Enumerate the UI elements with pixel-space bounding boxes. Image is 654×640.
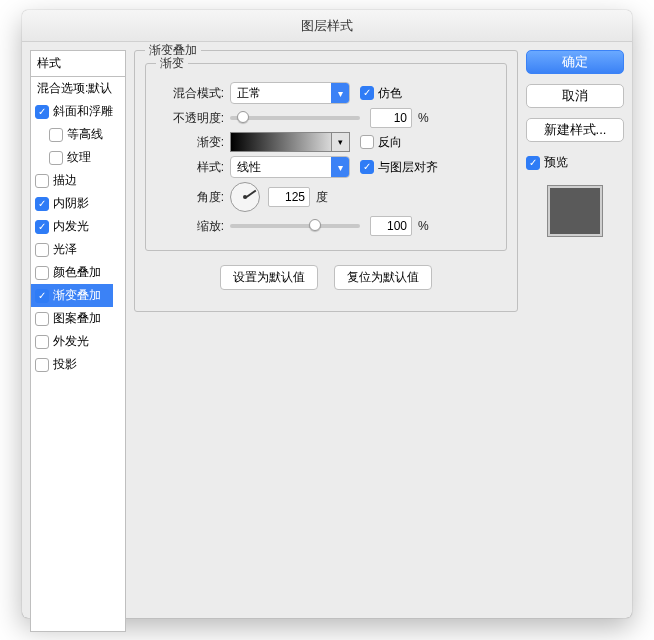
style-item-dropsh[interactable]: 投影	[31, 353, 113, 376]
style-item-contour[interactable]: 等高线	[31, 123, 113, 146]
default-buttons-row: 设置为默认值 复位为默认值	[145, 265, 507, 290]
angle-dial[interactable]	[230, 182, 260, 212]
style-item-outergl[interactable]: 外发光	[31, 330, 113, 353]
style-checkbox-bevel[interactable]	[35, 105, 49, 119]
angle-row: 角度: 度	[156, 182, 496, 212]
style-select[interactable]: 线性 ▾	[230, 156, 350, 178]
preview-checkbox[interactable]	[526, 156, 540, 170]
window-title: 图层样式	[22, 10, 632, 42]
gradient-label: 渐变:	[156, 134, 224, 151]
styles-column: 样式 混合选项:默认 斜面和浮雕等高线纹理描边内阴影内发光光泽颜色叠加渐变叠加图…	[30, 50, 126, 610]
opacity-label: 不透明度:	[156, 110, 224, 127]
style-checkbox-gradov[interactable]	[35, 289, 49, 303]
gradient-picker[interactable]: ▾	[230, 132, 350, 152]
style-checkbox-colover[interactable]	[35, 266, 49, 280]
style-item-bevel[interactable]: 斜面和浮雕	[31, 100, 113, 123]
chevron-down-icon: ▾	[331, 133, 349, 151]
style-label-patov: 图案叠加	[53, 310, 101, 327]
scale-input[interactable]	[370, 216, 412, 236]
scale-slider[interactable]	[230, 224, 360, 228]
style-item-innergl[interactable]: 内发光	[31, 215, 113, 238]
scale-row: 缩放: %	[156, 216, 496, 236]
blend-mode-select[interactable]: 正常 ▾	[230, 82, 350, 104]
style-label-innersh: 内阴影	[53, 195, 89, 212]
gradient-row: 渐变: ▾ 反向	[156, 132, 496, 152]
ok-button[interactable]: 确定	[526, 50, 624, 74]
gradient-group-legend: 渐变	[156, 55, 188, 72]
style-checkbox-contour[interactable]	[49, 128, 63, 142]
style-label-stroke: 描边	[53, 172, 77, 189]
dialog-body: 样式 混合选项:默认 斜面和浮雕等高线纹理描边内阴影内发光光泽颜色叠加渐变叠加图…	[22, 42, 632, 618]
dither-label: 仿色	[378, 85, 402, 102]
style-item-satin[interactable]: 光泽	[31, 238, 113, 261]
style-label-texture: 纹理	[67, 149, 91, 166]
layer-style-dialog: 图层样式 样式 混合选项:默认 斜面和浮雕等高线纹理描边内阴影内发光光泽颜色叠加…	[22, 10, 632, 618]
styles-list: 混合选项:默认 斜面和浮雕等高线纹理描边内阴影内发光光泽颜色叠加渐变叠加图案叠加…	[30, 77, 126, 632]
style-checkbox-outergl[interactable]	[35, 335, 49, 349]
reverse-checkbox-row: 反向	[360, 134, 402, 151]
style-value: 线性	[237, 159, 261, 176]
style-label-innergl: 内发光	[53, 218, 89, 235]
opacity-unit: %	[418, 111, 429, 125]
opacity-slider[interactable]	[230, 116, 360, 120]
dither-checkbox-row: 仿色	[360, 85, 402, 102]
reverse-checkbox[interactable]	[360, 135, 374, 149]
blend-mode-row: 混合模式: 正常 ▾ 仿色	[156, 82, 496, 104]
style-checkbox-texture[interactable]	[49, 151, 63, 165]
blend-options-row[interactable]: 混合选项:默认	[31, 77, 113, 100]
opacity-row: 不透明度: %	[156, 108, 496, 128]
preview-label: 预览	[544, 154, 568, 171]
style-item-texture[interactable]: 纹理	[31, 146, 113, 169]
gradient-overlay-fieldset: 渐变叠加 渐变 混合模式: 正常 ▾ 仿色	[134, 50, 518, 312]
set-default-button[interactable]: 设置为默认值	[220, 265, 318, 290]
opacity-input[interactable]	[370, 108, 412, 128]
align-checkbox-row: 与图层对齐	[360, 159, 438, 176]
blend-mode-value: 正常	[237, 85, 261, 102]
style-item-colover[interactable]: 颜色叠加	[31, 261, 113, 284]
style-item-gradov[interactable]: 渐变叠加	[31, 284, 113, 307]
style-label-gradov: 渐变叠加	[53, 287, 101, 304]
scale-label: 缩放:	[156, 218, 224, 235]
style-row: 样式: 线性 ▾ 与图层对齐	[156, 156, 496, 178]
dither-checkbox[interactable]	[360, 86, 374, 100]
style-label-outergl: 外发光	[53, 333, 89, 350]
angle-label: 角度:	[156, 189, 224, 206]
reverse-label: 反向	[378, 134, 402, 151]
center-panel: 渐变叠加 渐变 混合模式: 正常 ▾ 仿色	[134, 50, 518, 610]
chevron-updown-icon: ▾	[331, 83, 349, 103]
right-column: 确定 取消 新建样式... 预览	[526, 50, 624, 610]
style-label-satin: 光泽	[53, 241, 77, 258]
angle-unit: 度	[316, 189, 328, 206]
style-item-innersh[interactable]: 内阴影	[31, 192, 113, 215]
style-label-contour: 等高线	[67, 126, 103, 143]
cancel-button[interactable]: 取消	[526, 84, 624, 108]
gradient-group: 渐变 混合模式: 正常 ▾ 仿色	[145, 63, 507, 251]
chevron-updown-icon: ▾	[331, 157, 349, 177]
align-label: 与图层对齐	[378, 159, 438, 176]
style-label-dropsh: 投影	[53, 356, 77, 373]
blend-options-label: 混合选项:默认	[37, 80, 112, 97]
scale-unit: %	[418, 219, 429, 233]
style-checkbox-innersh[interactable]	[35, 197, 49, 211]
reset-default-button[interactable]: 复位为默认值	[334, 265, 432, 290]
preview-swatch	[547, 185, 603, 237]
style-checkbox-dropsh[interactable]	[35, 358, 49, 372]
style-checkbox-satin[interactable]	[35, 243, 49, 257]
angle-input[interactable]	[268, 187, 310, 207]
scale-slider-thumb[interactable]	[309, 219, 321, 231]
style-label-bevel: 斜面和浮雕	[53, 103, 113, 120]
new-style-button[interactable]: 新建样式...	[526, 118, 624, 142]
style-checkbox-innergl[interactable]	[35, 220, 49, 234]
styles-header[interactable]: 样式	[30, 50, 126, 77]
style-checkbox-patov[interactable]	[35, 312, 49, 326]
style-label: 样式:	[156, 159, 224, 176]
style-item-stroke[interactable]: 描边	[31, 169, 113, 192]
blend-mode-label: 混合模式:	[156, 85, 224, 102]
align-checkbox[interactable]	[360, 160, 374, 174]
preview-checkbox-row: 预览	[526, 154, 624, 171]
opacity-slider-thumb[interactable]	[237, 111, 249, 123]
style-label-colover: 颜色叠加	[53, 264, 101, 281]
style-item-patov[interactable]: 图案叠加	[31, 307, 113, 330]
angle-dial-center	[243, 195, 247, 199]
style-checkbox-stroke[interactable]	[35, 174, 49, 188]
